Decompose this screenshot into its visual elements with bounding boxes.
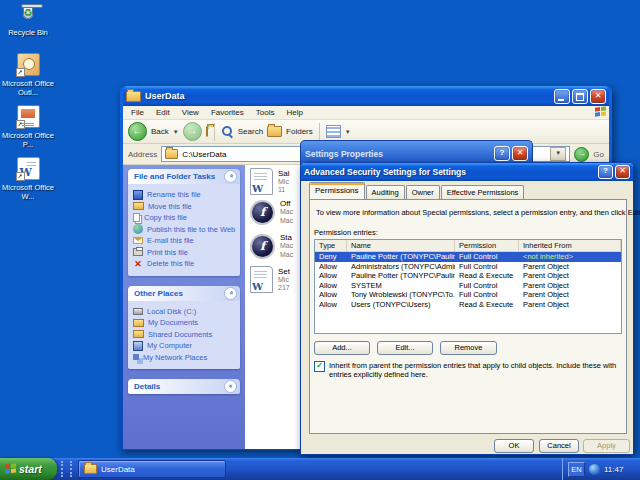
dialog-titlebar[interactable]: Advanced Security Settings for Settings <box>301 163 633 181</box>
place-local-disk[interactable]: Local Disk (C:) <box>133 306 238 318</box>
menu-help[interactable]: Help <box>280 108 308 117</box>
tab-auditing[interactable]: Auditing <box>366 185 405 199</box>
table-row[interactable]: Deny Pauline Potter (TONYPC\Paulin... Fu… <box>315 252 621 262</box>
table-row[interactable]: Allow Tony Wroblewski (TONYPC\To... Full… <box>315 290 621 300</box>
search-label[interactable]: Search <box>238 127 263 136</box>
tab-effective-permissions[interactable]: Effective Permissions <box>441 185 525 199</box>
menu-view[interactable]: View <box>176 108 205 117</box>
back-dropdown-icon[interactable] <box>173 129 179 135</box>
desktop: Recycle Bin Microsoft Office Outl... Mic… <box>0 0 640 480</box>
table-row[interactable]: Allow Users (TONYPC\Users) Read & Execut… <box>315 300 621 310</box>
column-header-type[interactable]: Type <box>315 240 347 251</box>
disk-icon <box>133 308 143 315</box>
close-button[interactable] <box>512 146 528 161</box>
inherit-checkbox[interactable] <box>314 361 325 372</box>
table-row[interactable]: Allow Administrators (TONYPC\Admini... F… <box>315 262 621 272</box>
close-button[interactable] <box>590 89 606 104</box>
tray-network-icon[interactable] <box>589 464 600 475</box>
explorer-titlebar[interactable]: UserData <box>123 86 609 106</box>
list-header: Type Name Permission Inherited From <box>315 240 621 252</box>
column-header-name[interactable]: Name <box>347 240 455 251</box>
file-item[interactable]: SalMic11 <box>250 168 290 195</box>
help-button[interactable] <box>598 165 613 179</box>
close-button[interactable] <box>615 165 630 179</box>
chevron-up-icon[interactable] <box>224 170 237 183</box>
menu-file[interactable]: File <box>125 108 150 117</box>
start-button[interactable]: start <box>0 458 57 480</box>
up-button[interactable] <box>206 127 208 136</box>
chevron-down-icon[interactable] <box>224 380 237 393</box>
task-email-file[interactable]: E-mail this file <box>133 235 238 247</box>
go-button[interactable] <box>574 147 589 162</box>
place-my-documents[interactable]: My Documents <box>133 317 238 329</box>
language-indicator[interactable]: EN <box>568 462 585 477</box>
printer-icon <box>133 248 143 256</box>
up-folder-icon <box>206 126 208 137</box>
search-icon[interactable] <box>221 125 234 138</box>
menu-favorites[interactable]: Favorites <box>205 108 250 117</box>
task-copy-file[interactable]: Copy this file <box>133 212 238 224</box>
desktop-icon-office-powerpoint[interactable]: Microsoft Office P... <box>2 104 54 149</box>
apply-button[interactable]: Apply <box>583 439 630 453</box>
task-publish-file[interactable]: Publish this file to the Web <box>133 224 238 236</box>
address-dropdown-button[interactable] <box>550 147 566 161</box>
column-header-inherited-from[interactable]: Inherited From <box>519 240 621 251</box>
taskbar-grip[interactable] <box>70 461 72 477</box>
folders-icon[interactable] <box>267 126 282 137</box>
file-tasks-header[interactable]: File and Folder Tasks <box>128 169 240 184</box>
ok-button[interactable]: OK <box>494 439 534 453</box>
place-my-network[interactable]: My Network Places <box>133 352 238 364</box>
taskbar: start UserData EN 11:47 <box>0 458 640 480</box>
folder-icon <box>126 91 141 102</box>
globe-icon <box>133 224 143 234</box>
add-button[interactable]: Add... <box>314 341 370 355</box>
minimize-button[interactable] <box>554 89 570 104</box>
task-print-file[interactable]: Print this file <box>133 247 238 259</box>
file-item[interactable]: SetMic217 <box>250 266 290 293</box>
folders-label[interactable]: Folders <box>286 127 313 136</box>
desktop-icon-recycle-bin[interactable]: Recycle Bin <box>2 2 54 38</box>
desktop-icon-label: Microsoft Office W... <box>2 184 54 201</box>
place-my-computer[interactable]: My Computer <box>133 340 238 352</box>
task-rename-file[interactable]: Rename this file <box>133 189 238 201</box>
permission-entries-label: Permission entries: <box>314 228 378 237</box>
cancel-button[interactable]: Cancel <box>539 439 579 453</box>
help-button[interactable] <box>494 146 510 161</box>
details-header[interactable]: Details <box>128 379 240 394</box>
table-row[interactable]: Allow Pauline Potter (TONYPC\Paulin... R… <box>315 271 621 281</box>
place-shared-documents[interactable]: Shared Documents <box>133 329 238 341</box>
other-places-header[interactable]: Other Places <box>128 286 240 301</box>
quick-launch-grip[interactable] <box>61 461 63 477</box>
views-dropdown-icon[interactable] <box>345 129 351 135</box>
chevron-up-icon[interactable] <box>224 287 237 300</box>
remove-button[interactable]: Remove <box>440 341 497 355</box>
menu-tools[interactable]: Tools <box>250 108 281 117</box>
tab-permissions[interactable]: Permissions <box>309 182 365 199</box>
desktop-icon-office-word[interactable]: Microsoft Office W... <box>2 156 54 201</box>
taskbar-clock[interactable]: 11:47 <box>604 465 623 474</box>
outlook-icon <box>17 53 40 76</box>
tab-owner[interactable]: Owner <box>406 185 440 199</box>
desktop-icon-office-outlook[interactable]: Microsoft Office Outl... <box>2 52 54 97</box>
inherit-checkbox-row: Inherit from parent the permission entri… <box>314 361 622 379</box>
taskbar-button-userdata[interactable]: UserData <box>78 460 226 478</box>
address-label: Address <box>128 150 157 159</box>
views-icon[interactable] <box>326 125 341 138</box>
forward-button[interactable] <box>183 122 202 141</box>
task-delete-file[interactable]: Delete this file <box>133 258 238 270</box>
maximize-button[interactable] <box>572 89 588 104</box>
permission-entries-list[interactable]: Type Name Permission Inherited From Deny… <box>314 239 622 334</box>
table-row[interactable]: Allow SYSTEM Full Control Parent Object <box>315 281 621 291</box>
back-label[interactable]: Back <box>151 127 169 136</box>
folder-icon <box>84 464 97 474</box>
advanced-security-dialog: Advanced Security Settings for Settings … <box>300 162 634 455</box>
go-label[interactable]: Go <box>593 150 604 159</box>
edit-button[interactable]: Edit... <box>377 341 433 355</box>
column-header-permission[interactable]: Permission <box>455 240 519 251</box>
file-item[interactable]: OffMacMac <box>250 199 293 225</box>
back-button[interactable] <box>128 122 147 141</box>
file-item[interactable]: StaMacMac <box>250 233 293 259</box>
task-move-file[interactable]: Move this file <box>133 201 238 213</box>
menu-edit[interactable]: Edit <box>150 108 176 117</box>
windows-logo-icon <box>5 463 16 475</box>
